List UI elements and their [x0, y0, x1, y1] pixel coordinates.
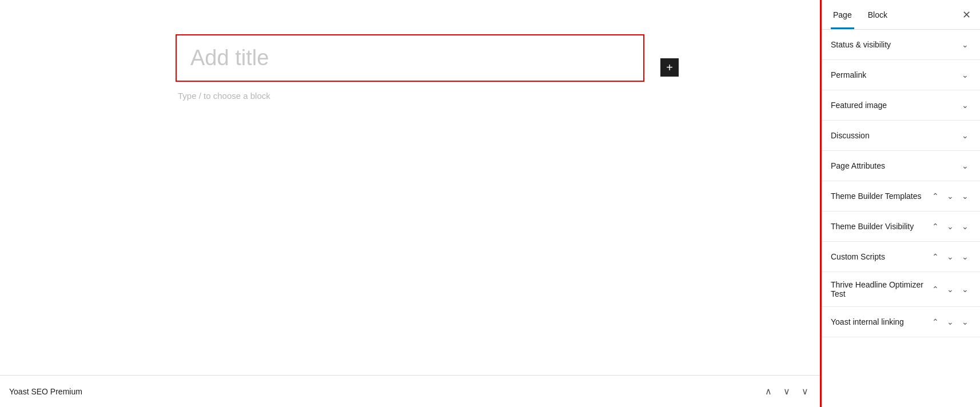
yoast-chevron-up[interactable]: ∧: [763, 384, 774, 399]
section-page-attributes-controls: ⌄: [959, 160, 971, 171]
theme-builder-visibility-chevron-down[interactable]: ⌄: [945, 221, 956, 232]
section-page-attributes: Page Attributes ⌄: [822, 151, 980, 181]
section-yoast-internal-linking-header[interactable]: Yoast internal linking ⌃ ⌄ ⌄: [822, 307, 980, 337]
custom-scripts-chevron-down[interactable]: ⌄: [945, 251, 956, 262]
section-permalink-header[interactable]: Permalink ⌄: [822, 60, 980, 90]
featured-image-chevron-down[interactable]: ⌄: [959, 99, 971, 111]
thrive-headline-chevron-down-alt[interactable]: ⌄: [959, 284, 971, 295]
section-featured-image: Featured image ⌄: [822, 90, 980, 121]
yoast-internal-linking-chevron-up[interactable]: ⌃: [930, 316, 941, 328]
section-yoast-internal-linking-title: Yoast internal linking: [831, 317, 930, 326]
add-block-button[interactable]: +: [660, 58, 679, 77]
thrive-headline-chevron-down[interactable]: ⌄: [945, 284, 956, 295]
yoast-label: Yoast SEO Premium: [9, 387, 763, 396]
permalink-chevron-down[interactable]: ⌄: [959, 69, 971, 81]
section-permalink-controls: ⌄: [959, 69, 971, 81]
section-thrive-headline-header[interactable]: Thrive Headline Optimizer Test ⌃ ⌄ ⌄: [822, 272, 980, 306]
section-discussion: Discussion ⌄: [822, 121, 980, 151]
bottom-bar-controls: ∧ ∨ ∨: [763, 384, 811, 399]
section-status-visibility-title: Status & visibility: [831, 40, 959, 49]
tab-block[interactable]: Block: [866, 0, 890, 29]
section-theme-builder-templates-controls: ⌃ ⌄ ⌄: [930, 190, 971, 202]
thrive-headline-chevron-up[interactable]: ⌃: [930, 284, 941, 295]
section-page-attributes-title: Page Attributes: [831, 161, 959, 170]
section-featured-image-title: Featured image: [831, 101, 959, 110]
editor-inner: Add title Type / to choose a block +: [176, 34, 644, 101]
section-yoast-internal-linking: Yoast internal linking ⌃ ⌄ ⌄: [822, 307, 980, 337]
theme-builder-visibility-chevron-up[interactable]: ⌃: [930, 221, 941, 232]
section-theme-builder-visibility-header[interactable]: Theme Builder Visibility ⌃ ⌄ ⌄: [822, 212, 980, 241]
sidebar: Page Block ✕ Status & visibility ⌄ Perma…: [820, 0, 980, 407]
section-thrive-headline: Thrive Headline Optimizer Test ⌃ ⌄ ⌄: [822, 272, 980, 307]
tab-page[interactable]: Page: [831, 0, 854, 29]
section-theme-builder-visibility: Theme Builder Visibility ⌃ ⌄ ⌄: [822, 212, 980, 242]
section-yoast-internal-linking-controls: ⌃ ⌄ ⌄: [930, 316, 971, 328]
custom-scripts-chevron-up[interactable]: ⌃: [930, 251, 941, 262]
section-custom-scripts-header[interactable]: Custom Scripts ⌃ ⌄ ⌄: [822, 242, 980, 272]
theme-builder-templates-chevron-down-alt[interactable]: ⌄: [959, 190, 971, 202]
section-thrive-headline-controls: ⌃ ⌄ ⌄: [930, 284, 971, 295]
title-placeholder: Add title: [190, 46, 630, 70]
section-discussion-header[interactable]: Discussion ⌄: [822, 121, 980, 150]
section-discussion-title: Discussion: [831, 131, 959, 140]
editor-area: Add title Type / to choose a block + Yoa…: [0, 0, 820, 407]
section-custom-scripts-title: Custom Scripts: [831, 252, 930, 261]
section-thrive-headline-title: Thrive Headline Optimizer Test: [831, 280, 930, 298]
section-theme-builder-templates-header[interactable]: Theme Builder Templates ⌃ ⌄ ⌄: [822, 181, 980, 211]
section-page-attributes-header[interactable]: Page Attributes ⌄: [822, 151, 980, 181]
section-permalink: Permalink ⌄: [822, 60, 980, 90]
section-permalink-title: Permalink: [831, 70, 959, 79]
yoast-chevron-down[interactable]: ∨: [781, 384, 792, 399]
section-theme-builder-visibility-title: Theme Builder Visibility: [831, 222, 930, 231]
sidebar-body: Status & visibility ⌄ Permalink ⌄ Featur…: [822, 30, 980, 407]
section-custom-scripts: Custom Scripts ⌃ ⌄ ⌄: [822, 242, 980, 272]
theme-builder-templates-chevron-down[interactable]: ⌄: [945, 190, 956, 202]
sidebar-tabs: Page Block ✕: [822, 0, 980, 30]
title-input-area[interactable]: Add title: [176, 34, 644, 82]
custom-scripts-chevron-down-alt[interactable]: ⌄: [959, 251, 971, 262]
section-status-visibility-controls: ⌄: [959, 39, 971, 50]
theme-builder-templates-chevron-up[interactable]: ⌃: [930, 190, 941, 202]
discussion-chevron-down[interactable]: ⌄: [959, 130, 971, 141]
yoast-chevron-down2[interactable]: ∨: [799, 384, 811, 399]
sidebar-close-button[interactable]: ✕: [962, 9, 971, 21]
yoast-internal-linking-chevron-down[interactable]: ⌄: [945, 316, 956, 328]
block-placeholder: Type / to choose a block: [176, 91, 644, 101]
section-featured-image-controls: ⌄: [959, 99, 971, 111]
page-attributes-chevron-down[interactable]: ⌄: [959, 160, 971, 171]
section-theme-builder-visibility-controls: ⌃ ⌄ ⌄: [930, 221, 971, 232]
editor-content: Add title Type / to choose a block +: [0, 0, 820, 407]
bottom-bar: Yoast SEO Premium ∧ ∨ ∨: [0, 375, 820, 407]
section-featured-image-header[interactable]: Featured image ⌄: [822, 90, 980, 120]
section-theme-builder-templates-title: Theme Builder Templates: [831, 191, 930, 201]
section-status-visibility: Status & visibility ⌄: [822, 30, 980, 60]
section-status-visibility-header[interactable]: Status & visibility ⌄: [822, 30, 980, 59]
status-visibility-chevron-down[interactable]: ⌄: [959, 39, 971, 50]
section-custom-scripts-controls: ⌃ ⌄ ⌄: [930, 251, 971, 262]
section-discussion-controls: ⌄: [959, 130, 971, 141]
theme-builder-visibility-chevron-down-alt[interactable]: ⌄: [959, 221, 971, 232]
yoast-internal-linking-chevron-down-alt[interactable]: ⌄: [959, 316, 971, 328]
section-theme-builder-templates: Theme Builder Templates ⌃ ⌄ ⌄: [822, 181, 980, 212]
